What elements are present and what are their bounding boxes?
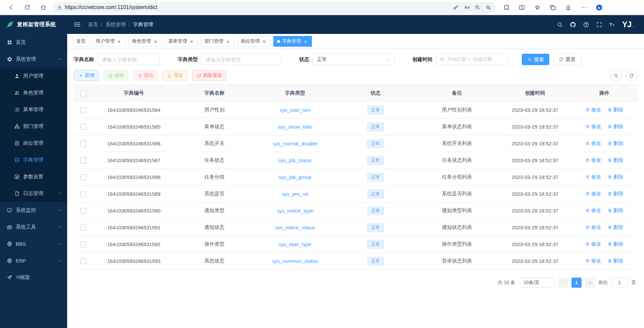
sidebar-collapse-icon[interactable] xyxy=(74,21,81,28)
row-edit-link[interactable]: 修改 xyxy=(585,258,601,264)
delete-button[interactable]: 删除 xyxy=(133,70,158,81)
tab-close-icon[interactable]: × xyxy=(262,39,267,44)
back-icon[interactable] xyxy=(5,2,17,13)
search-toggle-button[interactable] xyxy=(610,70,622,81)
user-logo[interactable]: YJ xyxy=(622,20,636,29)
current-page-button[interactable]: 1 xyxy=(571,278,582,288)
row-checkbox[interactable] xyxy=(80,124,86,130)
row-edit-link[interactable]: 修改 xyxy=(585,124,601,130)
next-page-button[interactable] xyxy=(585,278,595,288)
tab-close-icon[interactable]: × xyxy=(153,39,158,44)
add-button[interactable]: 新增 xyxy=(74,70,99,81)
key-icon[interactable] xyxy=(451,3,461,12)
view-tab[interactable]: 字典管理× xyxy=(273,36,312,47)
zoom-out-icon[interactable] xyxy=(472,3,483,12)
submenu-item[interactable]: 菜单管理 xyxy=(0,101,67,118)
edit-button[interactable]: 修改 xyxy=(103,70,128,81)
refresh-table-button[interactable] xyxy=(626,70,637,81)
date-range-picker[interactable]: 开始日期 - 结束日期 xyxy=(436,54,508,65)
row-checkbox[interactable] xyxy=(80,141,86,147)
extensions-icon[interactable] xyxy=(500,2,513,13)
row-edit-link[interactable]: 修改 xyxy=(585,107,601,113)
row-delete-link[interactable]: 删除 xyxy=(607,241,624,247)
select-all-checkbox[interactable] xyxy=(80,90,86,96)
tab-close-icon[interactable]: × xyxy=(303,39,308,44)
tab-close-icon[interactable]: × xyxy=(117,39,122,44)
sidebar-item[interactable]: 系统管理 xyxy=(0,51,67,67)
dict-type-link[interactable]: sys_notice_type xyxy=(277,208,313,214)
tab-close-icon[interactable]: × xyxy=(225,39,231,44)
row-delete-link[interactable]: 删除 xyxy=(607,107,624,113)
dict-type-link[interactable]: sys_user_sex xyxy=(280,107,311,113)
more-icon[interactable] xyxy=(577,2,590,13)
github-icon[interactable] xyxy=(570,21,576,28)
dict-type-link[interactable]: sys_notice_status xyxy=(275,225,315,230)
row-edit-link[interactable]: 修改 xyxy=(585,174,601,180)
search-icon[interactable] xyxy=(557,21,563,28)
row-checkbox[interactable] xyxy=(80,241,86,247)
row-checkbox[interactable] xyxy=(80,107,86,113)
export-button[interactable]: 导出 xyxy=(163,70,187,81)
submenu-item[interactable]: 参数设置 xyxy=(0,168,67,185)
dict-name-input[interactable] xyxy=(97,54,159,65)
row-edit-link[interactable]: 修改 xyxy=(585,140,601,147)
bing-icon[interactable]: b xyxy=(592,2,606,13)
sidebar-item[interactable]: 系统监控 xyxy=(0,202,67,219)
app-logo[interactable]: 意框架管理系统 xyxy=(0,15,67,34)
column-header[interactable]: 创建时间 xyxy=(499,85,571,102)
view-tab[interactable]: 岗位管理× xyxy=(237,36,271,47)
column-header[interactable]: 操作 xyxy=(571,85,637,102)
column-header[interactable]: 备注 xyxy=(415,85,499,102)
status-select[interactable]: 正常 xyxy=(313,54,394,65)
dict-type-link[interactable]: sys_job_status xyxy=(278,157,312,163)
row-edit-link[interactable]: 修改 xyxy=(585,207,601,214)
dict-type-link[interactable]: sys_yes_no xyxy=(282,191,308,197)
dict-type-link[interactable]: sys_normal_disable xyxy=(273,141,317,146)
column-header[interactable]: 字典名称 xyxy=(175,85,254,102)
row-delete-link[interactable]: 删除 xyxy=(607,140,624,147)
row-delete-link[interactable]: 删除 xyxy=(607,224,624,231)
column-header[interactable]: 状态 xyxy=(336,85,415,102)
column-header[interactable]: 字典编号 xyxy=(93,85,175,102)
row-edit-link[interactable]: 修改 xyxy=(585,241,601,247)
submenu-item[interactable]: 字典管理 xyxy=(0,151,67,168)
dict-type-input[interactable] xyxy=(201,54,281,65)
page-size-select[interactable]: 10条/页 xyxy=(520,278,555,288)
row-checkbox[interactable] xyxy=(80,258,86,264)
sidebar-item[interactable]: BBS xyxy=(0,235,67,252)
favorites-bar-icon[interactable] xyxy=(531,2,544,13)
row-checkbox[interactable] xyxy=(80,208,86,214)
submenu-item[interactable]: 日志管理 xyxy=(0,185,67,202)
submenu-item[interactable]: 部门管理 xyxy=(0,118,67,135)
fullscreen-icon[interactable] xyxy=(596,21,602,28)
tab-close-icon[interactable]: × xyxy=(189,39,194,44)
sidebar-item[interactable]: Yi框架 xyxy=(0,269,67,286)
dict-type-link[interactable]: sys_common_status xyxy=(272,258,318,264)
sidebar-item[interactable]: ERP xyxy=(0,252,67,269)
breadcrumb-item[interactable]: 系统管理 xyxy=(105,21,126,28)
url-text[interactable]: https://ccnetcore.com:1101/system/dict xyxy=(65,4,451,10)
row-checkbox[interactable] xyxy=(80,174,86,180)
refresh-icon[interactable] xyxy=(21,2,34,13)
view-tab[interactable]: 角色管理× xyxy=(128,36,162,47)
row-edit-link[interactable]: 修改 xyxy=(585,224,601,231)
view-tab[interactable]: 菜单管理× xyxy=(165,36,198,47)
view-tab[interactable]: 首页 xyxy=(73,36,89,47)
dict-type-link[interactable]: sys_oper_type xyxy=(279,241,312,247)
row-delete-link[interactable]: 删除 xyxy=(607,174,624,180)
dict-type-link[interactable]: sys_show_hide xyxy=(278,124,312,130)
search-button[interactable]: 搜索 xyxy=(522,54,549,65)
row-delete-link[interactable]: 删除 xyxy=(607,124,624,130)
sidebar-item[interactable]: 首页 xyxy=(0,34,67,51)
prev-page-button[interactable] xyxy=(558,278,568,288)
row-checkbox[interactable] xyxy=(80,225,86,231)
submenu-item[interactable]: 角色管理 xyxy=(0,84,67,101)
sidebar-item[interactable]: 系统工具 xyxy=(0,219,67,235)
row-checkbox[interactable] xyxy=(80,157,86,163)
home-icon[interactable] xyxy=(37,2,50,13)
submenu-item[interactable]: 岗位管理 xyxy=(0,135,67,151)
view-tab[interactable]: 部门管理× xyxy=(201,36,234,47)
row-delete-link[interactable]: 删除 xyxy=(607,191,624,197)
font-size-icon[interactable]: TT xyxy=(609,21,615,28)
collections-icon[interactable] xyxy=(546,2,559,13)
